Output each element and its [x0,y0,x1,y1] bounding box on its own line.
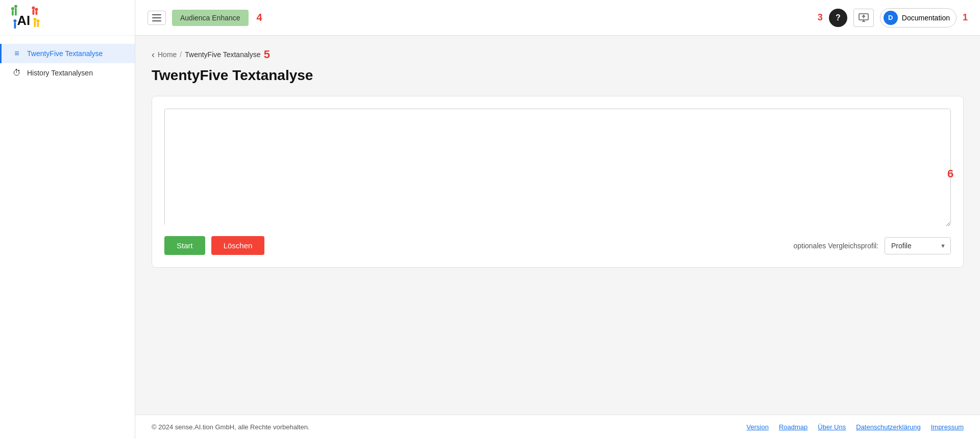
header-actions: 3 ? D Documentation 1 [818,8,968,28]
svg-rect-0 [12,10,14,16]
svg-point-13 [36,19,39,22]
step-4-label: 4 [257,12,262,23]
svg-rect-6 [36,11,38,15]
profile-label: optionales Vergleichsprofil: [793,242,878,250]
hamburger-icon [152,14,161,21]
svg-rect-12 [37,22,39,27]
user-menu-button[interactable]: D Documentation [880,8,957,28]
ueber-uns-link[interactable]: Über Uns [818,423,846,431]
svg-point-9 [13,19,16,22]
svg-text:AI: AI [17,13,31,27]
sidebar-item-history[interactable]: ⏱ History Textanalysen [0,63,135,83]
nav-menu: ≡ TwentyFive Textanalyse ⏱ History Texta… [0,36,135,439]
breadcrumb-current: TwentyFive Textanalyse [185,50,260,59]
page-title: TwentyFive Textanalyse [152,67,964,84]
sidebar-item-twentyfive[interactable]: ≡ TwentyFive Textanalyse [0,44,135,63]
step-1-label: 1 [963,12,968,23]
app-title-button[interactable]: Audienca Enhance [172,10,249,26]
svg-point-5 [32,6,35,9]
home-link[interactable]: Home [158,50,177,59]
page-footer: © 2024 sense.AI.tion GmbH, alle Rechte v… [135,415,980,439]
svg-point-1 [11,7,14,10]
history-icon: ⏱ [12,68,22,78]
impressum-link[interactable]: Impressum [931,423,964,431]
svg-rect-8 [14,22,16,29]
help-button[interactable]: ? [829,9,847,27]
app-logo: AI [10,3,41,33]
svg-rect-10 [34,21,36,27]
datenschutz-link[interactable]: Datenschutzerklärung [856,423,920,431]
svg-point-7 [35,8,38,11]
step-3-label: 3 [818,12,823,23]
sidebar-item-label-history: History Textanalysen [27,69,93,77]
svg-point-11 [33,18,36,21]
loeschen-button[interactable]: Löschen [211,236,265,255]
menu-button[interactable] [148,11,166,25]
profile-select[interactable]: Profile [885,237,951,254]
back-button[interactable]: ‹ [152,49,155,60]
step-5-label: 5 [264,48,270,61]
version-link[interactable]: Version [747,423,769,431]
start-button[interactable]: Start [164,236,205,255]
roadmap-link[interactable]: Roadmap [779,423,807,431]
screen-icon [859,13,869,22]
svg-rect-2 [15,8,17,15]
top-header: Audienca Enhance 4 3 ? D Documentation [135,0,980,36]
sidebar: AI ≡ TwentyFive Textanalyse ⏱ History Te… [0,0,135,439]
svg-point-3 [14,5,17,8]
list-icon: ≡ [12,49,22,58]
main-area: Audienca Enhance 4 3 ? D Documentation [135,0,980,439]
sidebar-item-label-twentyfive: TwentyFive Textanalyse [27,49,103,58]
action-row: Start Löschen optionales Vergleichsprofi… [164,236,951,255]
user-label: Documentation [902,14,950,22]
page-content: ‹ Home / TwentyFive Textanalyse 5 Twenty… [135,36,980,415]
profile-select-wrapper: Profile [885,237,951,254]
main-card: 6 Start Löschen optionales Vergleichspro… [152,96,964,268]
breadcrumb-separator: / [180,50,182,59]
step-6-label: 6 [558,167,981,180]
svg-rect-4 [33,9,35,15]
footer-links: Version Roadmap Über Uns Datenschutzerkl… [747,423,964,431]
user-avatar: D [884,11,898,25]
text-input-container: 6 [164,109,951,226]
screen-share-button[interactable] [853,9,874,27]
breadcrumb: ‹ Home / TwentyFive Textanalyse 5 [152,48,964,61]
logo-area: AI [0,0,135,36]
footer-copyright: © 2024 sense.AI.tion GmbH, alle Rechte v… [152,423,309,431]
